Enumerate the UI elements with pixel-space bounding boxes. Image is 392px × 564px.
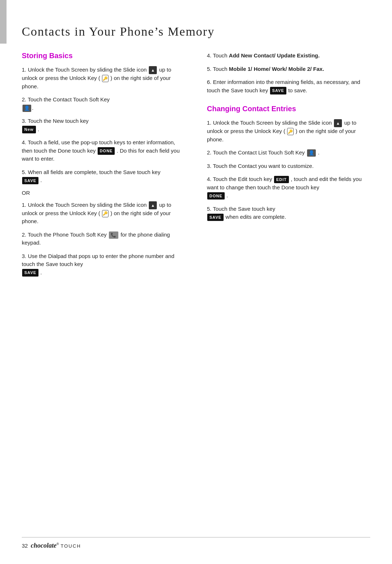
footer: 32 chocolate® TOUCH bbox=[22, 537, 370, 549]
step-bold: Add New Contact/ Update Existing. bbox=[229, 52, 320, 59]
alt-steps-list: 1. Unlock the Touch Screen by sliding th… bbox=[22, 201, 185, 277]
list-item: 3. Use the Dialpad that pops up to enter… bbox=[22, 252, 185, 277]
two-column-layout: Storing Basics 1. Unlock the Touch Scree… bbox=[22, 52, 370, 282]
list-item: 2. Touch the Contact List Touch Soft Key… bbox=[207, 149, 370, 157]
period: . bbox=[226, 192, 228, 198]
step-number: 1. bbox=[207, 120, 213, 126]
contact-icon bbox=[23, 105, 31, 112]
step-number: 2. bbox=[22, 231, 28, 238]
step-text: Touch the Contact you want to customize. bbox=[213, 163, 314, 169]
storing-basics-list: 1. Unlock the Touch Screen by sliding th… bbox=[22, 66, 185, 185]
step-text: Touch the Contact Touch Soft Key bbox=[28, 96, 110, 102]
or-divider: OR bbox=[22, 190, 185, 196]
step-text: Touch the Phone Touch Soft Key bbox=[28, 231, 108, 238]
save-badge: SAVE bbox=[207, 214, 224, 221]
step-number: 3. bbox=[22, 118, 28, 124]
list-item: 2. Touch the Phone Touch Soft Key for th… bbox=[22, 231, 185, 247]
page: Contacts in Your Phone’s Memory Storing … bbox=[0, 0, 392, 564]
step-text: Use the Dialpad that pops up to enter th… bbox=[22, 253, 174, 267]
slide-icon bbox=[334, 119, 342, 127]
step-number: 5. bbox=[207, 66, 213, 72]
list-item: 5. Touch the Save touch key SAVE when ed… bbox=[207, 205, 370, 221]
step-number: 5. bbox=[22, 169, 28, 175]
step-number: 2. bbox=[22, 96, 28, 102]
unlock-key-icon: 🔑 bbox=[287, 128, 294, 135]
step-text: Touch the Edit touch key bbox=[213, 176, 274, 182]
step-text: When all fields are complete, touch the … bbox=[28, 169, 160, 175]
period: . bbox=[32, 105, 33, 111]
save-badge: SAVE bbox=[270, 87, 286, 94]
save-badge: SAVE bbox=[22, 177, 38, 185]
left-column: Storing Basics 1. Unlock the Touch Scree… bbox=[22, 52, 185, 282]
step-bold: Mobile 1/ Home/ Work/ Mobile 2/ Fax. bbox=[229, 66, 324, 72]
cont-steps-list: 4. Touch Add New Contact/ Update Existin… bbox=[207, 52, 370, 94]
changing-steps-list: 1. Unlock the Touch Screen by sliding th… bbox=[207, 119, 370, 221]
step-text: Unlock the Touch Screen by sliding the S… bbox=[28, 67, 148, 73]
list-item: 4. Touch a field, use the pop-up touch k… bbox=[22, 138, 185, 163]
step-number: 3. bbox=[22, 253, 28, 259]
list-item: 3. Touch the New touch key New . bbox=[22, 117, 185, 133]
period: . bbox=[40, 269, 42, 275]
step-number: 4. bbox=[207, 176, 213, 182]
step-number: 3. bbox=[207, 163, 213, 169]
slide-icon bbox=[149, 201, 157, 209]
list-item: 4. Touch the Edit touch key EDIT , touch… bbox=[207, 175, 370, 200]
step-text: Unlock the Touch Screen by sliding the S… bbox=[28, 202, 148, 208]
done-badge: DONE bbox=[98, 147, 115, 155]
unlock-key-icon: 🔑 bbox=[102, 210, 109, 217]
slide-icon bbox=[149, 66, 157, 74]
list-item: 5. When all fields are complete, touch t… bbox=[22, 168, 185, 185]
step-text: Touch the Save touch key bbox=[213, 206, 275, 212]
step-number: 5. bbox=[207, 206, 213, 212]
step-number: 2. bbox=[207, 149, 213, 156]
period: . bbox=[40, 177, 42, 183]
list-item: 2. Touch the Contact Touch Soft Key . bbox=[22, 96, 185, 112]
step-number: 4. bbox=[22, 139, 28, 145]
brand-chocolate: chocolate bbox=[31, 542, 57, 549]
phone-icon bbox=[109, 231, 118, 239]
list-item: 6. Enter information into the remaining … bbox=[207, 78, 370, 94]
new-badge: New bbox=[22, 126, 36, 133]
done-badge: DONE bbox=[207, 192, 225, 200]
step-text: Touch the Contact List Touch Soft Key bbox=[213, 149, 306, 156]
list-item: 1. Unlock the Touch Screen by sliding th… bbox=[22, 201, 185, 226]
step-text: Touch the New touch key bbox=[28, 118, 89, 124]
brand-touch: TOUCH bbox=[61, 543, 81, 549]
period: . bbox=[38, 126, 39, 132]
section-title-changing: Changing Contact Entries bbox=[207, 105, 370, 113]
page-number: 32 bbox=[22, 543, 28, 549]
step-number: 1. bbox=[22, 202, 28, 208]
list-item: 4. Touch Add New Contact/ Update Existin… bbox=[207, 52, 370, 60]
step-text: Unlock the Touch Screen by sliding the S… bbox=[213, 120, 334, 126]
step-text-end: to save. bbox=[288, 87, 307, 93]
right-column: 4. Touch Add New Contact/ Update Existin… bbox=[207, 52, 370, 226]
list-item: 5. Touch Mobile 1/ Home/ Work/ Mobile 2/… bbox=[207, 65, 370, 73]
step-number: 1. bbox=[22, 67, 28, 73]
save-badge: SAVE bbox=[22, 269, 38, 277]
period: . bbox=[318, 149, 319, 156]
list-item: 1. Unlock the Touch Screen by sliding th… bbox=[207, 119, 370, 144]
step-text: Touch bbox=[213, 66, 229, 72]
list-item: 1. Unlock the Touch Screen by sliding th… bbox=[22, 66, 185, 90]
step-number: 4. bbox=[207, 52, 213, 59]
step-text: Touch bbox=[213, 52, 229, 59]
step-text-end: when edits are complete. bbox=[225, 214, 286, 220]
contact-list-icon bbox=[307, 149, 316, 157]
step-number: 6. bbox=[207, 79, 213, 85]
section-title-storing: Storing Basics bbox=[22, 52, 185, 60]
list-item: 3. Touch the Contact you want to customi… bbox=[207, 162, 370, 170]
brand-name: chocolate® TOUCH bbox=[31, 542, 81, 549]
page-title: Contacts in Your Phone’s Memory bbox=[22, 15, 370, 39]
unlock-key-icon: 🔑 bbox=[102, 75, 109, 82]
edit-badge: EDIT bbox=[274, 176, 289, 184]
